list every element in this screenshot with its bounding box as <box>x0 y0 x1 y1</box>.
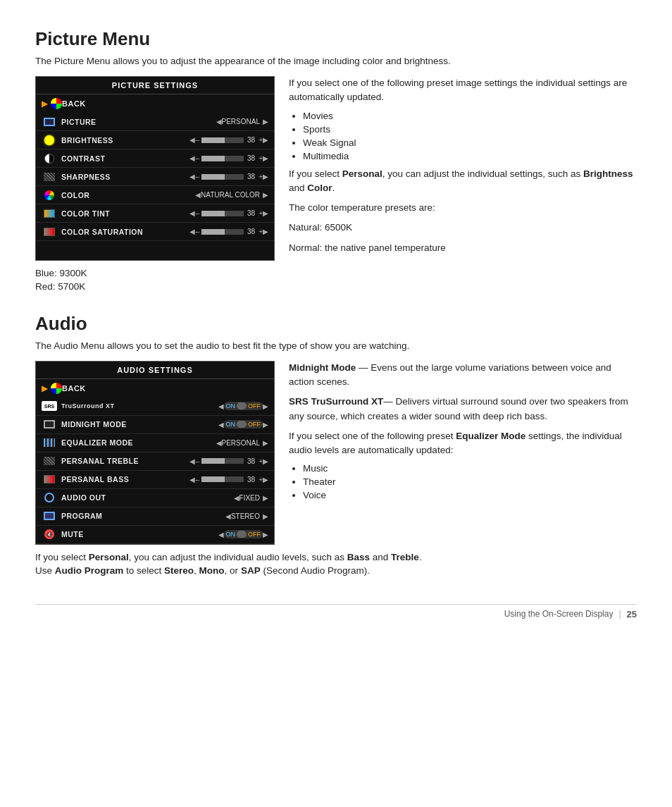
color-tint-icon <box>42 207 57 220</box>
picture-arrow-right: ▶ <box>263 118 268 125</box>
mute-label: MUTE <box>61 530 218 538</box>
sharpness-slider: – 38 + <box>195 173 263 180</box>
picture-row: PICTURE ◀ PERSONAL ▶ <box>36 113 274 131</box>
treble-row: PERSANAL TREBLE ◀ – 38 + ▶ <box>36 452 274 471</box>
sharpness-row: SHARPNESS ◀ – 38 + ▶ <box>36 168 274 186</box>
footer-text: Using the On-Screen Display <box>504 609 614 619</box>
treble-arrow-right: ▶ <box>263 457 268 465</box>
audio-out-value: FIXED <box>239 494 260 502</box>
color-saturation-row: COLOR SATURATION ◀ – 38 + ▶ <box>36 223 274 241</box>
srs-toggle: ON OFF <box>224 402 263 410</box>
audio-out-row: AUDIO OUT ◀ FIXED ▶ <box>36 489 274 507</box>
contrast-slider: – 38 + <box>195 154 263 162</box>
picture-right-para1: If you select Personal, you can adjust t… <box>289 167 637 196</box>
picture-bullet-4: Multimedia <box>303 151 637 161</box>
contrast-label: CONTRAST <box>61 154 189 163</box>
color-saturation-label: COLOR SATURATION <box>61 228 189 236</box>
sharpness-arrow-left: ◀ <box>189 173 195 180</box>
color-row: COLOR ◀ NATURAL COLOR ▶ <box>36 186 274 204</box>
picture-intro: The Picture Menu allows you to adjust th… <box>35 56 637 66</box>
sharpness-arrow-right: ▶ <box>263 173 268 180</box>
srs-label: TruSurround XT <box>61 402 218 409</box>
picture-below1: Blue: 9300K <box>35 268 637 278</box>
midnight-mode-row: MIDNIGHT MODE ◀ ON OFF ▶ <box>36 416 274 434</box>
picture-right-col: If you select one of the following prese… <box>289 76 637 261</box>
program-value: STEREO <box>231 512 260 520</box>
color-tint-label: COLOR TINT <box>61 209 189 218</box>
audio-back-row: ▶ BACK <box>36 379 274 398</box>
srs-icon: SRS <box>42 400 57 412</box>
color-tint-arrow-left: ◀ <box>189 209 195 217</box>
program-icon <box>42 510 57 522</box>
audio-back-globe-icon <box>51 383 62 394</box>
audio-right-para2: SRS TruSurround XT— Delivers virtual sur… <box>289 395 637 424</box>
audio-right-para1: Midnight Mode — Evens out the large volu… <box>289 361 637 390</box>
brightness-slider: – 38 + <box>195 136 263 144</box>
footer-pipe: | <box>618 609 621 619</box>
brightness-icon <box>42 134 57 147</box>
srs-row: SRS TruSurround XT ◀ ON OFF ▶ <box>36 398 274 416</box>
back-globe-icon <box>51 98 62 109</box>
contrast-icon <box>42 152 57 165</box>
picture-arrow-left: ◀ <box>216 118 222 125</box>
mute-icon: 🔇 <box>42 528 57 541</box>
audio-intro: The Audio Menu allows you to set the aud… <box>35 340 637 351</box>
srs-arrow-right: ▶ <box>263 402 268 410</box>
midnight-toggle: ON OFF <box>224 420 263 429</box>
picture-bullet-list: Movies Sports Weak Signal Multimedia <box>303 111 637 161</box>
treble-label: PERSANAL TREBLE <box>61 457 189 465</box>
midnight-arrow-left: ◀ <box>218 421 224 429</box>
picture-bullet-3: Weak Signal <box>303 137 637 148</box>
audio-out-icon <box>42 491 57 504</box>
program-arrow-left: ◀ <box>225 512 231 520</box>
footer-page: 25 <box>627 609 637 620</box>
mute-toggle: ON OFF <box>224 530 263 538</box>
color-tint-arrow-right: ▶ <box>263 209 268 217</box>
back-arrow-icon: ▶ <box>42 99 48 109</box>
audio-below2: Use Audio Program to select Stereo, Mono… <box>35 565 637 576</box>
midnight-icon <box>42 418 57 431</box>
eq-icon <box>42 436 57 449</box>
color-value: NATURAL COLOR <box>201 191 260 199</box>
color-saturation-icon <box>42 226 57 238</box>
picture-right-intro: If you select one of the following prese… <box>289 76 637 105</box>
color-saturation-slider: – 38 + <box>195 228 263 235</box>
mute-arrow-left: ◀ <box>218 531 224 538</box>
contrast-row: CONTRAST ◀ – 38 + ▶ <box>36 149 274 168</box>
bass-icon <box>42 473 57 486</box>
picture-value: PERSONAL <box>222 118 260 125</box>
audio-settings-panel: AUDIO SETTINGS ▶ BACK SRS TruSurround XT… <box>35 361 275 545</box>
program-label: PROGRAM <box>61 512 225 520</box>
mute-arrow-right: ▶ <box>263 531 268 538</box>
color-arrow-right: ▶ <box>263 191 268 199</box>
picture-right-para4: Normal: the native panel temperature <box>289 241 637 255</box>
audio-back-label: BACK <box>62 384 86 393</box>
audio-out-arrow-right: ▶ <box>263 494 268 502</box>
contrast-arrow-left: ◀ <box>189 154 195 162</box>
audio-bullet-list: Music Theater Voice <box>303 463 637 500</box>
picture-two-col: PICTURE SETTINGS ▶ BACK PICTURE ◀ PERSON… <box>35 76 637 261</box>
back-label: BACK <box>62 99 86 108</box>
eq-arrow-left: ◀ <box>216 439 222 447</box>
audio-right-para3: If you select one of the following prese… <box>289 429 637 458</box>
audio-two-col: AUDIO SETTINGS ▶ BACK SRS TruSurround XT… <box>35 361 637 545</box>
audio-out-label: AUDIO OUT <box>61 493 234 502</box>
color-arrow-left: ◀ <box>195 191 201 199</box>
color-tint-slider: – 38 + <box>195 209 263 217</box>
picture-bullet-1: Movies <box>303 111 637 121</box>
eq-arrow-right: ▶ <box>263 439 268 447</box>
color-tint-row: COLOR TINT ◀ – 38 + ▶ <box>36 204 274 223</box>
bass-arrow-left: ◀ <box>189 476 195 483</box>
audio-below1: If you select Personal, you can adjust t… <box>35 552 637 562</box>
picture-settings-panel: PICTURE SETTINGS ▶ BACK PICTURE ◀ PERSON… <box>35 76 275 261</box>
mute-row: 🔇 MUTE ◀ ON OFF ▶ <box>36 526 274 544</box>
treble-slider: – 38 + <box>195 457 263 465</box>
bass-slider: – 38 + <box>195 476 263 483</box>
brightness-row: BRIGHTNESS ◀ – 38 + ▶ <box>36 131 274 149</box>
picture-back-row: ▶ BACK <box>36 94 274 113</box>
picture-row-label: PICTURE <box>61 118 216 126</box>
audio-bullet-3: Voice <box>303 490 637 500</box>
audio-out-arrow-left: ◀ <box>234 494 239 502</box>
bass-label: PERSANAL BASS <box>61 475 189 483</box>
audio-back-arrow-icon: ▶ <box>42 383 48 393</box>
